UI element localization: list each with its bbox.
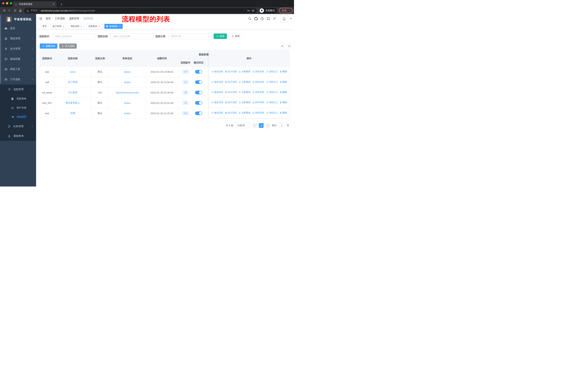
tag-my-process[interactable]: 我的流程 bbox=[69, 24, 84, 29]
tag-process-form[interactable]: 流程表单 bbox=[87, 24, 102, 29]
action-publish[interactable]: 发布流程 bbox=[252, 81, 264, 84]
sidebar-item-process-model[interactable]: 流程模型 bbox=[0, 112, 36, 121]
process-name-link[interactable]: 自己审批 bbox=[68, 81, 78, 83]
action-publish[interactable]: 发布流程 bbox=[252, 91, 264, 94]
browser-menu-icon[interactable] bbox=[288, 9, 291, 12]
key-icon[interactable] bbox=[247, 9, 250, 12]
search-button[interactable]: 搜索 bbox=[214, 33, 227, 39]
active-toggle[interactable] bbox=[195, 101, 202, 105]
version-badge[interactable]: v2 bbox=[183, 80, 189, 84]
tag-home[interactable]: 首页 bbox=[41, 24, 49, 29]
active-toggle[interactable] bbox=[195, 91, 202, 94]
form-info-link[interactable]: biubiu bbox=[124, 81, 130, 84]
action-assign[interactable]: 分配规则 bbox=[239, 111, 251, 114]
action-assign[interactable]: 分配规则 bbox=[239, 70, 251, 73]
process-name-link[interactable]: eeee bbox=[70, 71, 75, 73]
action-delete[interactable]: 删除 bbox=[280, 70, 287, 73]
home-button[interactable] bbox=[18, 8, 23, 13]
update-browser-button[interactable]: 更新 bbox=[279, 8, 293, 13]
action-assign[interactable]: 分配规则 bbox=[239, 101, 251, 104]
tag-tenant[interactable]: 租户管理 bbox=[51, 24, 66, 29]
action-definition[interactable]: 流程定义 bbox=[266, 91, 278, 94]
browser-tab[interactable]: 芋道管理系统 bbox=[13, 1, 56, 7]
action-edit[interactable]: 修改流程 bbox=[211, 91, 223, 94]
avatar[interactable] bbox=[281, 15, 288, 22]
address-bar[interactable]: 不安全 dashboard.yudao.iocoder.cn/bpm/manag… bbox=[24, 8, 257, 13]
action-design[interactable]: 设计流程 bbox=[225, 101, 237, 104]
sidebar-item-user-group[interactable]: 用户分组 bbox=[0, 103, 36, 112]
page-number-1[interactable]: 1 bbox=[259, 123, 263, 128]
action-definition[interactable]: 流程定义 bbox=[266, 70, 278, 73]
action-design[interactable]: 设计流程 bbox=[225, 91, 237, 94]
form-info-link[interactable]: biubiu bbox=[124, 112, 130, 115]
search-icon[interactable] bbox=[248, 17, 252, 20]
create-process-button[interactable]: 新建流程 bbox=[40, 43, 57, 49]
action-definition[interactable]: 流程定义 bbox=[266, 81, 278, 84]
reload-button[interactable] bbox=[12, 8, 18, 13]
action-publish[interactable]: 发布流程 bbox=[252, 70, 264, 73]
sidebar-item-task-mgmt[interactable]: 任务管理 bbox=[0, 121, 36, 131]
action-design[interactable]: 设计流程 bbox=[225, 81, 237, 84]
action-design[interactable]: 设计流程 bbox=[225, 70, 237, 73]
goto-page-input[interactable] bbox=[279, 123, 285, 128]
new-tab-button[interactable] bbox=[59, 2, 64, 6]
action-definition[interactable]: 流程定义 bbox=[266, 101, 278, 104]
action-edit[interactable]: 修改流程 bbox=[211, 81, 223, 84]
sidebar-item-infra[interactable]: 基础设施 bbox=[0, 54, 36, 64]
action-publish[interactable]: 发布流程 bbox=[252, 101, 264, 104]
bookmark-star-icon[interactable] bbox=[252, 9, 255, 12]
breadcrumb-item[interactable]: 首页 bbox=[46, 17, 51, 20]
sidebar-scrollbar[interactable] bbox=[0, 15, 1, 84]
process-name-link[interactable]: 滔博 bbox=[70, 112, 75, 115]
action-edit[interactable]: 修改流程 bbox=[211, 111, 223, 114]
sidebar-item-system[interactable]: 系统管理 bbox=[0, 33, 36, 44]
font-size-icon[interactable]: tT bbox=[273, 17, 276, 20]
show-search-toggle-button[interactable] bbox=[280, 43, 285, 49]
action-delete[interactable]: 删除 bbox=[280, 101, 287, 104]
forward-button[interactable] bbox=[7, 8, 12, 13]
tag-process-model[interactable]: 流程模型 bbox=[105, 24, 123, 29]
sidebar-item-devtools[interactable]: 研发工具 bbox=[0, 64, 36, 74]
version-badge[interactable]: v4 bbox=[183, 101, 189, 105]
github-icon[interactable] bbox=[254, 17, 258, 20]
active-toggle[interactable] bbox=[195, 80, 202, 84]
version-badge[interactable]: v5 bbox=[183, 90, 189, 95]
next-page-button[interactable] bbox=[265, 123, 270, 128]
sidebar-item-payment[interactable]: ¥支付管理 bbox=[0, 44, 36, 54]
page-size-select[interactable]: 10条/页 bbox=[235, 123, 251, 128]
action-assign[interactable]: 分配规则 bbox=[239, 81, 251, 84]
close-window-button[interactable] bbox=[2, 2, 4, 4]
refresh-table-button[interactable] bbox=[287, 43, 292, 49]
back-button[interactable] bbox=[1, 8, 7, 13]
active-toggle[interactable] bbox=[195, 70, 202, 74]
action-delete[interactable]: 删除 bbox=[280, 81, 287, 84]
sidebar-item-home[interactable]: 首页 bbox=[0, 23, 36, 33]
sidebar-item-process-mgmt[interactable]: 流程管理 bbox=[0, 84, 36, 94]
sidebar-collapse-button[interactable] bbox=[39, 17, 42, 20]
version-badge[interactable]: v21 bbox=[182, 111, 189, 115]
action-definition[interactable]: 流程定义 bbox=[266, 111, 278, 114]
form-info-link[interactable]: biubiu bbox=[124, 102, 130, 104]
filter-name-input[interactable] bbox=[110, 33, 154, 39]
form-info-link[interactable]: /bpm/oa/leave/create bbox=[116, 91, 139, 94]
breadcrumb-item[interactable]: 流程管理 bbox=[69, 17, 79, 20]
tab-close-icon[interactable] bbox=[52, 3, 55, 5]
prev-page-button[interactable] bbox=[252, 123, 257, 128]
import-process-button[interactable]: 导入流程 bbox=[59, 43, 77, 49]
process-name-link[interactable]: 测试多审批人 bbox=[65, 101, 80, 104]
breadcrumb-item[interactable]: 工作流程 bbox=[55, 17, 65, 20]
action-design[interactable]: 设计流程 bbox=[225, 111, 237, 114]
active-toggle[interactable] bbox=[195, 111, 202, 115]
action-delete[interactable]: 删除 bbox=[280, 91, 287, 94]
action-edit[interactable]: 修改流程 bbox=[211, 101, 223, 104]
action-assign[interactable]: 分配规则 bbox=[239, 91, 251, 94]
version-badge[interactable]: v17 bbox=[182, 70, 189, 74]
reset-button[interactable]: 重置 bbox=[229, 33, 242, 39]
filter-key-input[interactable] bbox=[53, 33, 96, 39]
zoom-window-button[interactable] bbox=[10, 2, 12, 4]
fullscreen-icon[interactable] bbox=[266, 17, 270, 20]
minimize-window-button[interactable] bbox=[6, 2, 8, 4]
action-delete[interactable]: 删除 bbox=[280, 111, 287, 114]
sidebar-item-workflow[interactable]: 工作流程 bbox=[0, 74, 36, 84]
sidebar-item-leave-query[interactable]: 请假查询 bbox=[0, 131, 36, 141]
